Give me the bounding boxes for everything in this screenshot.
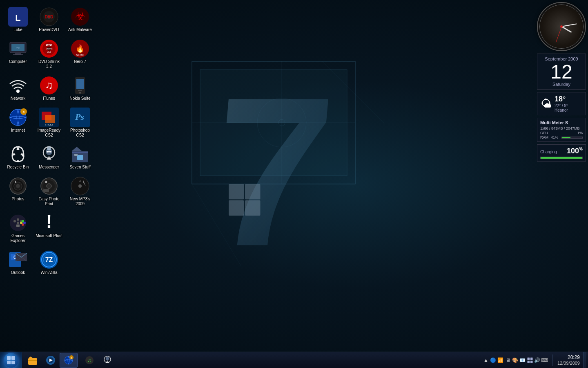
svg-rect-71 — [43, 189, 49, 192]
internet-icon: e — [8, 108, 28, 127]
messenger-icon — [39, 144, 59, 164]
ram-bar-fill — [562, 137, 570, 138]
icon-newmp3[interactable]: ♫ New MP3's 2009 — [65, 175, 95, 208]
icon-outlook[interactable]: O Outlook — [3, 248, 33, 277]
photoshop-label: Photoshop CS2 — [66, 128, 94, 138]
weather-widget[interactable]: 🌤 18° 22° / 9° Heanor — [537, 92, 586, 115]
icon-powerdvd[interactable]: DVD PowerDVD — [34, 5, 64, 34]
icon-games[interactable]: Games Explorer — [3, 211, 33, 245]
imageready-label: ImageReady CS2 — [35, 128, 63, 138]
icon-dvdshrink[interactable]: DVD Shrink 3.2 DVD Shrink 3.2 — [34, 37, 64, 71]
calendar-weekday: Saturday — [541, 82, 582, 87]
itunes-icon: ♫ — [39, 76, 59, 95]
computer-icon: PC — [8, 39, 28, 58]
svg-rect-113 — [527, 361, 530, 363]
svg-point-79 — [17, 222, 19, 224]
tray-monitor[interactable]: 🖥 — [505, 357, 511, 364]
icon-computer[interactable]: PC Computer — [3, 37, 33, 71]
powerdvd-label: PowerDVD — [39, 27, 59, 32]
widgets-panel: September 2009 12 Saturday 🌤 18° 22° / 9… — [537, 2, 586, 162]
tray-audio[interactable]: 🔊 — [534, 357, 541, 364]
weather-icon: 🌤 — [541, 97, 552, 110]
icon-sevenstuff[interactable]: Seven Stuff — [65, 143, 95, 171]
sevenstuff-icon — [70, 144, 90, 164]
battery-top: Charging 100% — [540, 147, 583, 155]
outlook-label: Outlook — [11, 270, 25, 275]
icon-messenger[interactable]: Messenger — [34, 143, 64, 171]
photoshop-icon: Ps — [70, 108, 90, 127]
easyprint-label: Easy Photo Print — [35, 197, 63, 206]
meter-widget[interactable]: Multi Meter S 1x86 / 843MB / 2047MB CPU … — [537, 118, 586, 142]
battery-bar-fill — [541, 157, 582, 159]
icon-photoshop[interactable]: Ps Photoshop CS2 — [65, 106, 95, 139]
internet-label: Internet — [11, 128, 25, 133]
clock-face — [539, 4, 584, 49]
tray-network[interactable]: 📶 — [497, 357, 504, 364]
svg-point-73 — [78, 184, 82, 188]
calendar-widget[interactable]: September 2009 12 Saturday — [537, 54, 586, 90]
battery-status: Charging — [540, 150, 557, 154]
svg-rect-111 — [527, 357, 530, 360]
weather-location: Heanor — [555, 108, 568, 112]
icon-itunes[interactable]: ♫ iTunes — [34, 74, 64, 103]
minute-hand — [561, 23, 577, 27]
tray-color[interactable]: 🎨 — [512, 357, 519, 364]
icon-win7zilla[interactable]: 7Z Win7Zilla — [34, 248, 64, 277]
tray-win[interactable] — [527, 357, 533, 364]
taskbar: e ♫ ▲ 🔵 📶 🖥 🎨 📧 — [0, 352, 588, 368]
icon-internet[interactable]: e Internet — [3, 106, 33, 139]
svg-rect-39 — [76, 79, 84, 89]
taskbar-right: ▲ 🔵 📶 🖥 🎨 📧 🔊 ⌨ 20:29 12/09/2009 — [479, 352, 588, 368]
nero7-icon: 🔥 NERO — [70, 39, 90, 58]
svg-point-55 — [47, 151, 48, 153]
tray-bluetooth[interactable]: 🔵 — [490, 357, 497, 364]
start-orb[interactable] — [4, 353, 18, 368]
show-desktop-button[interactable] — [583, 352, 586, 368]
easyprint-icon — [39, 176, 59, 196]
icon-recycle[interactable]: Recycle Bin — [3, 143, 33, 171]
icon-easyprint[interactable]: Easy Photo Print — [34, 175, 64, 208]
battery-widget[interactable]: Charging 100% — [537, 144, 586, 162]
taskbar-messenger[interactable] — [98, 353, 116, 368]
tray-arrow[interactable]: ▲ — [483, 357, 489, 364]
icon-imageready[interactable]: IR CS2 ImageReady CS2 — [34, 106, 64, 139]
games-label: Games Explorer — [4, 233, 32, 243]
start-button[interactable] — [0, 352, 22, 368]
icon-nokia[interactable]: Nokia Suite — [65, 74, 95, 103]
svg-text:🔥: 🔥 — [76, 44, 85, 53]
svg-text:♫: ♫ — [79, 179, 81, 183]
icon-photos[interactable]: Photos — [3, 175, 33, 208]
battery-bar-bg — [540, 157, 583, 159]
svg-text:Ps: Ps — [75, 112, 84, 122]
svg-text:♫: ♫ — [45, 79, 53, 91]
antimalware-label: Anti Malware — [68, 27, 92, 32]
taskbar-clock[interactable]: 20:29 12/09/2009 — [554, 355, 583, 365]
taskbar-ie[interactable]: e — [60, 353, 78, 368]
itunes-label: iTunes — [43, 96, 55, 101]
svg-point-66 — [15, 181, 16, 183]
icon-nero7[interactable]: 🔥 NERO Nero 7 — [65, 37, 95, 71]
svg-point-41 — [79, 92, 81, 94]
svg-point-57 — [50, 151, 51, 153]
luke-icon: L — [8, 7, 28, 27]
taskbar-mediaplayer[interactable] — [42, 353, 60, 368]
tray-input[interactable]: ⌨ — [541, 357, 548, 364]
taskbar-explorer[interactable] — [24, 353, 42, 368]
svg-text:Shrink: Shrink — [45, 47, 53, 50]
taskbar-divider1 — [79, 355, 79, 366]
network-icon — [8, 76, 28, 95]
tray-mail[interactable]: 📧 — [519, 357, 526, 364]
icon-network[interactable]: Network — [3, 74, 33, 103]
icon-msplus[interactable]: ! Microsoft Plus! — [34, 211, 64, 245]
taskbar-winamp[interactable]: ♫ — [80, 353, 98, 368]
battery-percent: 100% — [567, 147, 583, 155]
messenger-label: Messenger — [39, 165, 59, 170]
icon-antimalware[interactable]: ☣ Anti Malware — [65, 5, 95, 34]
clock-widget[interactable] — [537, 2, 586, 51]
svg-rect-96 — [7, 361, 11, 364]
icon-luke[interactable]: L Luke — [3, 5, 33, 34]
svg-text:♫: ♫ — [87, 357, 92, 364]
svg-point-70 — [45, 181, 47, 183]
svg-rect-114 — [530, 361, 533, 363]
nero7-label: Nero 7 — [74, 59, 86, 64]
